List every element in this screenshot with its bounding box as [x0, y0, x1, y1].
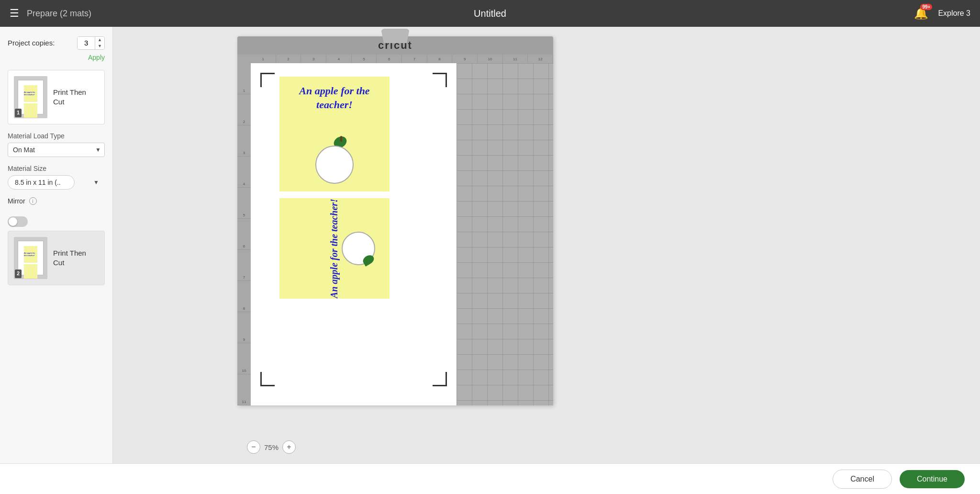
ruler-col-4: 4: [326, 55, 352, 63]
mirror-row: Mirror i: [8, 197, 105, 205]
reg-mark-bottom-right: [428, 367, 447, 386]
mat2-label: Print Then Cut: [53, 249, 86, 267]
ruler-row-6: 6: [237, 219, 251, 250]
material-load-type-select[interactable]: On Mat Without Mat: [8, 143, 105, 157]
cricut-mat: cricut 1 2 3 4 5 6 7 8 9 10 11 12: [237, 36, 553, 405]
document-title: Untitled: [474, 8, 506, 19]
mat-body: 1 2 3 4 5 6 7 8 9 10 11: [237, 63, 553, 405]
mat1-thumbnail: An apple for the teacher! 1: [14, 76, 47, 118]
zoom-out-button[interactable]: −: [247, 440, 260, 454]
topbar-right: 🔔 99+ Explore 3: [914, 7, 970, 20]
card-upper: An apple for the teacher!: [279, 77, 390, 191]
mat1-thumb-bg: An apple for the teacher! 1: [14, 76, 47, 118]
ruler-col-11: 11: [503, 55, 528, 63]
card-lower: An apple for the teacher!: [279, 198, 390, 299]
mat2-thumb-bg: An apple for the teacher! 2: [14, 237, 47, 279]
bottom-bar: Cancel Continue: [0, 463, 980, 494]
mat2-number-badge: 2: [15, 269, 22, 278]
apple-circle-upper: [315, 146, 354, 184]
row-ruler: 1 2 3 4 5 6 7 8 9 10 11: [237, 63, 251, 405]
ruler-col-1: 1: [251, 55, 276, 63]
material-size-select[interactable]: 8.5 in x 11 in (...: [8, 175, 75, 190]
ruler-row-10: 10: [237, 343, 251, 374]
material-load-type-select-wrapper: On Mat Without Mat ▼: [8, 143, 105, 157]
ruler-row-9: 9: [237, 312, 251, 343]
mat2-thumbnail: An apple for the teacher! 2: [14, 237, 47, 279]
ruler-col-2: 2: [276, 55, 301, 63]
ruler-col-10: 10: [478, 55, 503, 63]
mat-tab: [381, 29, 410, 43]
mat1-card: An apple for the teacher! 1 Print Then C…: [8, 70, 105, 124]
ruler-row-8: 8: [237, 281, 251, 312]
ruler-row-5: 5: [237, 188, 251, 219]
ruler-col-3: 3: [301, 55, 326, 63]
sidebar-bottom: An apple for the teacher! 2 Print Then C…: [8, 227, 105, 285]
mat-container: cricut 1 2 3 4 5 6 7 8 9 10 11 12: [237, 36, 553, 405]
ruler-row-1: 1: [237, 63, 251, 94]
copies-input-wrapper: ▲ ▼: [77, 36, 105, 50]
ruler-row-11: 11: [237, 374, 251, 405]
mirror-toggle[interactable]: [8, 216, 28, 227]
notification-button[interactable]: 🔔 99+: [914, 7, 928, 20]
copies-input[interactable]: [78, 37, 95, 49]
notification-badge: 99+: [920, 4, 932, 10]
zoom-in-button[interactable]: +: [282, 440, 296, 454]
mirror-toggle-knob: [9, 217, 17, 226]
apple-stem-upper: [340, 136, 342, 142]
explore-button[interactable]: Explore 3: [938, 9, 970, 18]
mat-gray-area: [457, 63, 553, 405]
ruler-row-2: 2: [237, 94, 251, 125]
copies-decrement-button[interactable]: ▼: [95, 43, 104, 49]
material-load-type-label: Material Load Type: [8, 132, 105, 140]
reg-mark-bottom-left: [260, 367, 279, 386]
ruler-col-12: 12: [528, 55, 553, 63]
mat-gray-grid: [457, 63, 553, 405]
reg-mark-top-right: [428, 73, 447, 92]
apply-button[interactable]: Apply: [8, 54, 105, 61]
prepare-title: Prepare (2 mats): [27, 9, 91, 19]
sidebar: Project copies: ▲ ▼ Apply An apple for t…: [0, 27, 113, 463]
zoom-controls: − 75% +: [247, 440, 296, 454]
reg-mark-top-left: [260, 73, 279, 92]
mat-white-area: An apple for the teacher! An apple for t…: [251, 63, 457, 405]
mat1-thumb-content2: [24, 103, 37, 118]
mirror-label: Mirror: [8, 197, 25, 205]
topbar: ☰ Prepare (2 mats) Untitled 🔔 99+ Explor…: [0, 0, 980, 27]
mat1-number-badge: 1: [15, 109, 22, 117]
ruler-row-7: 7: [237, 250, 251, 281]
mat2-info: Print Then Cut: [53, 248, 99, 267]
mat1-thumb-content: An apple for the teacher!: [24, 85, 37, 102]
copies-spinners: ▲ ▼: [95, 37, 104, 49]
canvas-area[interactable]: cricut 1 2 3 4 5 6 7 8 9 10 11 12: [113, 27, 980, 463]
ruler-row-4: 4: [237, 157, 251, 188]
apple-graphic-lower: [342, 232, 375, 265]
ruler-col-7: 7: [402, 55, 427, 63]
ruler-row: 1 2 3 4 5 6 7 8 9 10 11 12: [237, 55, 553, 63]
menu-icon[interactable]: ☰: [10, 7, 19, 20]
mat1-info: Print Then Cut: [53, 88, 99, 106]
mat-header: cricut: [237, 36, 553, 55]
card-lower-text: An apple for the teacher!: [328, 199, 340, 298]
ruler-row-3: 3: [237, 125, 251, 157]
material-size-label: Material Size: [8, 165, 105, 172]
card-upper-text: An apple for the teacher!: [287, 84, 382, 112]
mat2-thumb-content: An apple for the teacher!: [24, 246, 37, 263]
ruler-col-8: 8: [427, 55, 453, 63]
ruler-col-9: 9: [452, 55, 478, 63]
mat2-card: An apple for the teacher! 2 Print Then C…: [8, 231, 105, 285]
apple-graphic-upper: [311, 136, 358, 184]
continue-button[interactable]: Continue: [900, 470, 965, 488]
project-copies-row: Project copies: ▲ ▼: [8, 36, 105, 50]
mat1-thumb-paper: An apple for the teacher!: [18, 80, 44, 114]
mat2-thumb-content2: [24, 264, 37, 279]
mat2-thumb-paper: An apple for the teacher!: [18, 241, 44, 275]
material-size-arrow: ▼: [93, 179, 99, 186]
material-size-select-wrapper: 8.5 in x 11 in (... ▼: [8, 175, 105, 190]
mirror-info-icon[interactable]: i: [29, 197, 37, 205]
copies-increment-button[interactable]: ▲: [95, 37, 104, 43]
ruler-col-5: 5: [352, 55, 377, 63]
project-copies-label: Project copies:: [8, 39, 73, 47]
mat1-label: Print Then Cut: [53, 88, 86, 106]
zoom-level-display: 75%: [264, 443, 278, 451]
cancel-button[interactable]: Cancel: [833, 470, 892, 489]
